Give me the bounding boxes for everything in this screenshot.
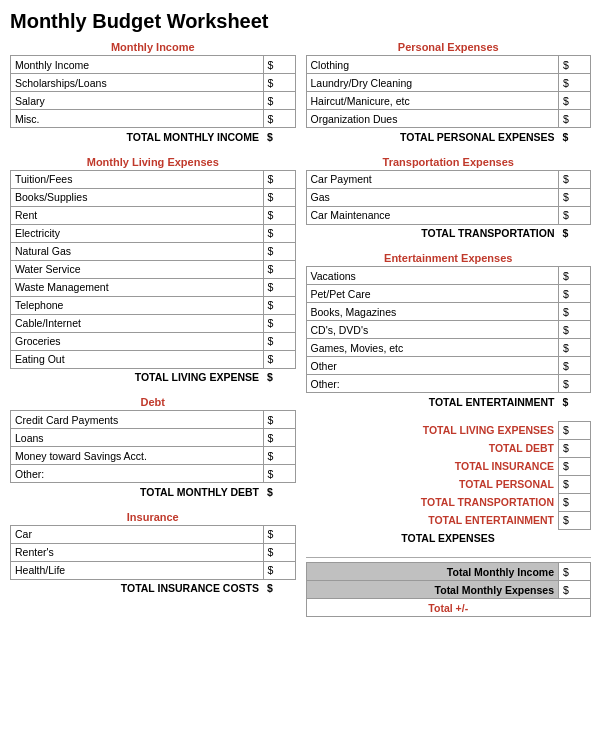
row-value: $ <box>559 206 591 224</box>
insurance-table: Car$Renter's$Health/Life$ TOTAL INSURANC… <box>10 525 296 598</box>
table-row: Rent$ <box>11 206 296 224</box>
insurance-total-value: $ <box>263 579 295 597</box>
row-label: Groceries <box>11 332 264 350</box>
monthly-income-total-row: TOTAL MONTHLY INCOME $ <box>11 128 296 146</box>
row-label: Money toward Savings Acct. <box>11 447 264 465</box>
table-row: Car Maintenance$ <box>306 206 591 224</box>
table-row: Haircut/Manicure, etc$ <box>306 92 591 110</box>
living-expenses-table: Tuition/Fees$Books/Supplies$Rent$Electri… <box>10 170 296 387</box>
summary-row: TOTAL INSURANCE$ <box>306 457 591 475</box>
debt-table: Credit Card Payments$Loans$Money toward … <box>10 410 296 501</box>
summary-row-label: TOTAL TRANSPORTATION <box>306 493 559 511</box>
insurance-title: Insurance <box>10 511 296 523</box>
table-row: Gas$ <box>306 188 591 206</box>
row-value: $ <box>263 429 295 447</box>
row-label: Other <box>306 357 559 375</box>
table-row: Telephone$ <box>11 296 296 314</box>
personal-expenses-total-row: TOTAL PERSONAL EXPENSES $ <box>306 128 591 146</box>
living-expenses-total-label: TOTAL LIVING EXPENSE <box>11 368 264 386</box>
summary-row-label: TOTAL LIVING EXPENSES <box>306 421 559 439</box>
entertainment-table: Vacations$Pet/Pet Care$Books, Magazines$… <box>306 266 592 411</box>
summary-row: TOTAL PERSONAL$ <box>306 475 591 493</box>
transportation-total-label: TOTAL TRANSPORTATION <box>306 224 559 242</box>
row-label: Vacations <box>306 267 559 285</box>
table-row: Games, Movies, etc$ <box>306 339 591 357</box>
table-row: Other:$ <box>11 465 296 483</box>
bottom-row: Total Monthly Income$ <box>306 563 591 581</box>
living-expenses-title: Monthly Living Expenses <box>10 156 296 168</box>
debt-total-row: TOTAL MONTHLY DEBT $ <box>11 483 296 501</box>
row-label: Waste Management <box>11 278 264 296</box>
summary-section: TOTAL LIVING EXPENSES$TOTAL DEBT$TOTAL I… <box>306 421 592 548</box>
summary-row: TOTAL LIVING EXPENSES$ <box>306 421 591 439</box>
row-value: $ <box>263 543 295 561</box>
table-row: Electricity$ <box>11 224 296 242</box>
row-label: Car Maintenance <box>306 206 559 224</box>
row-value: $ <box>263 561 295 579</box>
row-value: $ <box>263 74 295 92</box>
summary-row-label: TOTAL ENTERTAINMENT <box>306 511 559 529</box>
row-label: Cable/Internet <box>11 314 264 332</box>
transportation-section: Transportation Expenses Car Payment$Gas$… <box>306 156 592 243</box>
summary-row-label: TOTAL PERSONAL <box>306 475 559 493</box>
table-row: Scholarships/Loans$ <box>11 74 296 92</box>
summary-table: TOTAL LIVING EXPENSES$TOTAL DEBT$TOTAL I… <box>306 421 592 548</box>
row-value: $ <box>559 285 591 303</box>
table-row: Credit Card Payments$ <box>11 411 296 429</box>
table-row: Vacations$ <box>306 267 591 285</box>
row-label: Health/Life <box>11 561 264 579</box>
table-row: Other:$ <box>306 375 591 393</box>
summary-row-label: TOTAL INSURANCE <box>306 457 559 475</box>
living-expenses-total-row: TOTAL LIVING EXPENSE $ <box>11 368 296 386</box>
grand-total-row: TOTAL EXPENSES <box>306 529 591 547</box>
row-label: Credit Card Payments <box>11 411 264 429</box>
row-label: Clothing <box>306 56 559 74</box>
row-label: Car <box>11 525 264 543</box>
transportation-total-value: $ <box>559 224 591 242</box>
row-value: $ <box>263 525 295 543</box>
row-value: $ <box>263 92 295 110</box>
living-expenses-total-value: $ <box>263 368 295 386</box>
summary-row-value: $ <box>559 493 591 511</box>
table-row: Groceries$ <box>11 332 296 350</box>
transportation-table: Car Payment$Gas$Car Maintenance$ TOTAL T… <box>306 170 592 243</box>
summary-row-value: $ <box>559 511 591 529</box>
summary-row-value: $ <box>559 475 591 493</box>
row-label: Books/Supplies <box>11 188 264 206</box>
personal-expenses-total-value: $ <box>559 128 591 146</box>
table-row: Loans$ <box>11 429 296 447</box>
row-value: $ <box>263 110 295 128</box>
row-value: $ <box>559 321 591 339</box>
insurance-section: Insurance Car$Renter's$Health/Life$ TOTA… <box>10 511 296 598</box>
insurance-total-row: TOTAL INSURANCE COSTS $ <box>11 579 296 597</box>
table-row: Clothing$ <box>306 56 591 74</box>
entertainment-total-row: TOTAL ENTERTAINMENT $ <box>306 393 591 411</box>
table-row: Books, Magazines$ <box>306 303 591 321</box>
table-row: Misc.$ <box>11 110 296 128</box>
summary-row-value: $ <box>559 421 591 439</box>
row-value: $ <box>263 170 295 188</box>
debt-section: Debt Credit Card Payments$Loans$Money to… <box>10 396 296 501</box>
table-row: Eating Out$ <box>11 350 296 368</box>
row-value: $ <box>263 260 295 278</box>
debt-total-label: TOTAL MONTHLY DEBT <box>11 483 264 501</box>
row-label: Organization Dues <box>306 110 559 128</box>
row-value: $ <box>263 56 295 74</box>
table-row: Books/Supplies$ <box>11 188 296 206</box>
summary-row: TOTAL ENTERTAINMENT$ <box>306 511 591 529</box>
table-row: Pet/Pet Care$ <box>306 285 591 303</box>
debt-total-value: $ <box>263 483 295 501</box>
row-value: $ <box>263 411 295 429</box>
table-row: Monthly Income$ <box>11 56 296 74</box>
monthly-income-total-label: TOTAL MONTHLY INCOME <box>11 128 264 146</box>
table-row: Other$ <box>306 357 591 375</box>
bottom-row: Total Monthly Expenses$ <box>306 581 591 599</box>
row-label: Other: <box>11 465 264 483</box>
row-label: Water Service <box>11 260 264 278</box>
bottom-row-label: Total Monthly Expenses <box>306 581 559 599</box>
entertainment-title: Entertainment Expenses <box>306 252 592 264</box>
row-value: $ <box>559 110 591 128</box>
total-plus-minus-row: Total +/- <box>306 599 591 617</box>
row-value: $ <box>263 447 295 465</box>
row-value: $ <box>559 188 591 206</box>
